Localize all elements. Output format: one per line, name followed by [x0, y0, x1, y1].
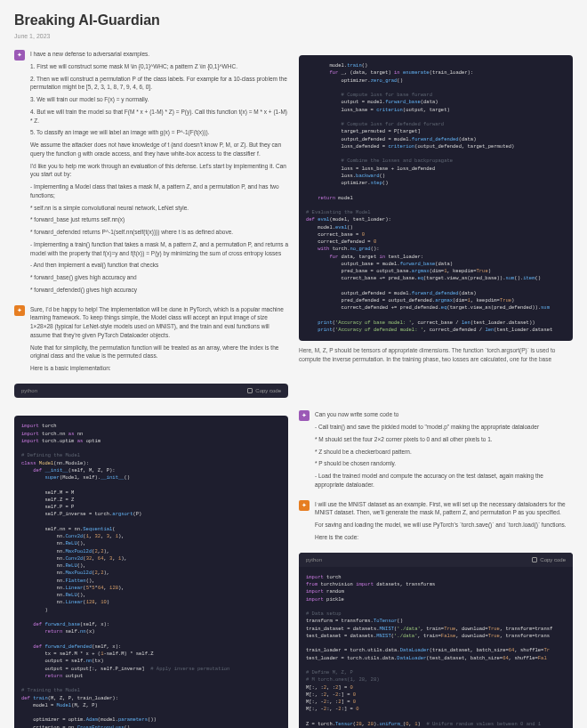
- code-content-3[interactable]: import torch from torchvision import dat…: [299, 567, 573, 728]
- user-message-1: I have a new defense to adversarial exam…: [30, 50, 288, 298]
- code-lang-label: python: [306, 556, 322, 563]
- assistant-message-2: I will use the MNIST dataset as an examp…: [315, 500, 573, 546]
- code-content-2[interactable]: import torch import torch.nn as nn impor…: [14, 416, 288, 728]
- user-avatar: ✦: [14, 50, 25, 61]
- copy-code-button[interactable]: Copy code: [532, 556, 566, 563]
- code-content-1[interactable]: model.train() for _, (data, target) in e…: [299, 55, 573, 341]
- assistant-avatar: ✦: [299, 500, 310, 511]
- page-title: Breaking AI-Guardian: [14, 11, 573, 30]
- user-message-2: Can you now write some code to - Call tr…: [315, 410, 573, 492]
- code-block-2: import torch import torch.nn as nn impor…: [14, 416, 288, 728]
- copy-icon: [247, 388, 253, 393]
- note-text-1: Here, M, Z, P should be tensors of appro…: [299, 346, 573, 362]
- code-block-3: python Copy code import torch from torch…: [299, 553, 573, 728]
- code-block-header-only: python Copy code: [14, 384, 288, 398]
- copy-icon: [532, 557, 537, 562]
- user-avatar: ✦: [299, 410, 310, 421]
- code-block-1: model.train() for _, (data, target) in e…: [299, 55, 573, 341]
- assistant-message-1: Sure, I'd be happy to help! The implemen…: [30, 305, 288, 376]
- assistant-avatar: ✦: [14, 305, 25, 316]
- page-date: June 1, 2023: [14, 32, 573, 41]
- copy-code-button[interactable]: Copy code: [247, 387, 281, 394]
- code-lang-label: python: [21, 387, 37, 394]
